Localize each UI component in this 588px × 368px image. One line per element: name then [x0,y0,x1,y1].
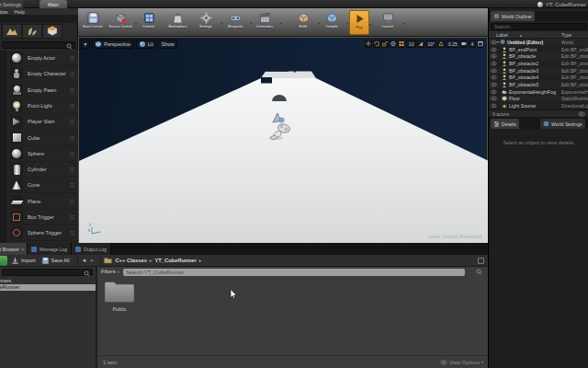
place-item-cylinder[interactable]: Cylinder——— [6,162,78,178]
tab-project-settings[interactable]: Project Settings [0,0,23,8]
mode-tool-geometry[interactable] [42,24,62,39]
visibility-eye-icon[interactable] [491,82,497,87]
rotation-snap-value[interactable]: 10° [425,40,437,48]
tab-world-outliner[interactable]: World Outliner [491,11,535,21]
tab-content-browser[interactable]: Content Browser✕ [0,243,28,255]
place-item-point-light[interactable]: Point Light——— [6,98,78,114]
place-item-sphere[interactable]: Sphere——— [6,146,78,162]
visibility-eye-icon[interactable] [491,53,497,59]
sources-search-input[interactable] [2,269,93,276]
outliner-row-bp-obstacle3[interactable]: BP_obstacle3Edit BP_obstacle3 [489,67,588,75]
toolbar-button-launch[interactable]: Launch▾ [374,10,401,35]
view-options-eye-icon[interactable] [578,111,585,117]
rotation-snap-toggle[interactable] [417,40,424,48]
move-tool-button[interactable] [365,40,372,48]
place-item-cube[interactable]: Cube——— [6,131,78,146]
breadcrumb-cpp-classes[interactable]: C++ Classes [115,258,146,263]
scale-tool-button[interactable] [381,40,389,48]
back-button[interactable]: ◄ [81,258,86,263]
outliner-header[interactable]: Label ▴ Type [489,31,588,39]
visibility-eye-icon[interactable] [491,96,497,101]
breadcrumb-project[interactable]: YT_CubeRunner [154,258,196,263]
save-icon [41,257,50,265]
outliner-row-type: Edit BP_obstacle5 [561,82,588,87]
outliner-row-floor[interactable]: FloorStaticMeshActor [489,96,588,103]
visibility-eye-icon[interactable] [491,103,497,109]
toolbar-button-build[interactable]: Build▾ [289,10,317,35]
menu-help[interactable]: Help [15,9,25,15]
toolbar-button-settings[interactable]: Settings▾ [192,10,220,35]
toolbar-button-source-control[interactable]: Source Control▾ [107,10,134,35]
visibility-eye-icon[interactable] [491,47,497,52]
camera-speed-value[interactable]: 4 [469,40,476,48]
close-tab-icon[interactable]: ✕ [21,247,25,252]
scale-snap-value[interactable]: 0.25 [446,40,459,48]
world-space-toggle[interactable] [390,40,397,48]
toolbar-button-blueprints[interactable]: Blueprints▾ [221,10,249,35]
place-item-player-start[interactable]: Player Start——— [6,114,78,130]
scale-snap-toggle[interactable] [437,40,445,48]
tree-item-project[interactable]: YT_CubeRunner [0,284,96,291]
viewport-show-button[interactable]: Show [158,40,177,49]
viewport[interactable]: ▾ Perspective Lit Show 1010°0.254 Level:… [78,37,488,243]
viewport-options-dropdown[interactable]: ▾ [81,40,90,49]
sphere-thumbnail-icon [10,52,23,64]
modes-search-input[interactable] [2,41,75,49]
outliner-row-exponentialheightfog[interactable]: ExponentialHeightFogExponentialHeightFog [489,88,588,96]
tree-item-cpp-classes[interactable]: C++ Classes [0,278,96,284]
outliner-row-bp-endpoint[interactable]: BP_endPointEdit BP_endPoint [489,46,588,53]
grid-snap-toggle[interactable] [398,40,405,48]
outliner-row-untitled-editor-[interactable]: ▾Untitled (Editor)World [489,39,588,46]
asset-search-input[interactable]: Search YT_CubeRunner [123,269,465,276]
place-item-plane[interactable]: Plane——— [6,194,78,210]
import-button[interactable]: Import [11,257,36,265]
place-item-empty-actor[interactable]: Empty Actor——— [6,51,78,66]
camera-speed-button[interactable] [460,40,468,48]
outliner-row-bp-obstacle4[interactable]: BP_obstacle4Edit BP_obstacle4 [489,75,588,82]
place-item-cone[interactable]: Cone——— [6,178,78,193]
viewport-lit-button[interactable]: Lit [136,40,157,49]
add-new-button[interactable] [0,256,7,266]
filters-button[interactable]: Filters▾ [101,269,119,274]
menu-window[interactable]: Window [0,9,8,15]
place-item-sphere-trigger[interactable]: Sphere Trigger——— [6,225,78,241]
outliner-search-input[interactable]: Search... [491,23,587,30]
visibility-eye-icon[interactable] [491,61,497,66]
view-options-button[interactable]: View Options▾ [440,360,483,365]
visibility-eye-icon[interactable] [491,75,497,80]
viewport-perspective-button[interactable]: Perspective [92,40,134,49]
lock-icon[interactable] [478,258,484,264]
tab-output-log[interactable]: Output Log [72,243,111,255]
toolbar-button-compile[interactable]: Compile▾ [318,10,345,35]
outliner-row-light-source[interactable]: Light SourceDirectionalLight [489,102,588,109]
place-item-label: Sphere [28,151,70,156]
maximize-viewport-button[interactable] [477,40,484,48]
toolbar-button-play[interactable]: Play▾ [349,10,369,35]
save-all-button[interactable]: Save All [41,257,70,265]
visibility-eye-icon[interactable] [491,40,497,45]
mode-tool-foliage[interactable] [22,24,42,39]
toolbar-button-marketplace[interactable]: Marketplace [164,10,191,35]
tab-main[interactable]: Main [40,0,67,8]
toolbar-button-content[interactable]: Content [135,10,163,35]
place-item-box-trigger[interactable]: Box Trigger——— [6,210,78,225]
visibility-eye-icon[interactable] [491,68,497,74]
tab-message-log[interactable]: Message Log [28,243,72,255]
tab-details[interactable]: Details [491,119,519,129]
outliner-row-bp-obstacle[interactable]: BP_obstacleEdit BP_obstacle [489,52,588,60]
toolbar-button-cinematics[interactable]: Cinematics▾ [251,10,278,35]
forward-button[interactable]: ► [89,258,95,263]
tab-world-settings[interactable]: World Settings [540,119,585,129]
folder-item[interactable]: Public [104,280,135,312]
right-panel: World Outliner Search... Label ▴ Type ▾U… [488,8,588,368]
visibility-eye-icon[interactable] [491,89,497,95]
outliner-row-bp-obstacle5[interactable]: BP_obstacle5Edit BP_obstacle5 [489,81,588,88]
place-item-empty-pawn[interactable]: Empty Pawn——— [6,83,78,98]
place-item-empty-character[interactable]: Empty Character——— [6,66,78,82]
mode-tool-landscape[interactable] [2,24,22,39]
toolbar-button-save-current[interactable]: Save Current [79,10,107,35]
expand-arrow-icon[interactable]: ▾ [497,40,499,44]
grid-snap-value[interactable]: 10 [406,40,416,48]
rotate-tool-button[interactable] [373,40,380,48]
outliner-row-bp-obstacle2[interactable]: BP_obstacle2Edit BP_obstacle2 [489,60,588,67]
